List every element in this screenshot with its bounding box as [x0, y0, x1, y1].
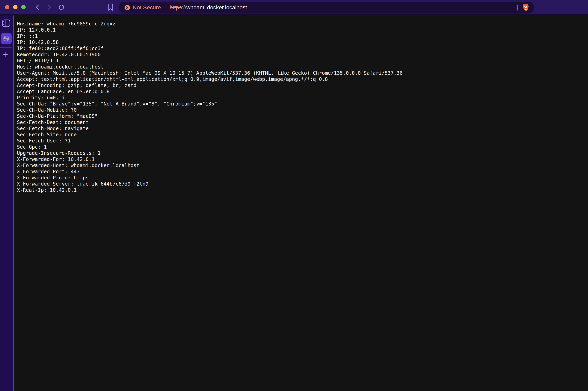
- bookmark-ribbon-icon: [107, 3, 114, 11]
- vertical-tabs-sidebar: [0, 15, 13, 391]
- chevron-right-icon: [46, 4, 53, 10]
- browser-toolbar: Not Secure https://whoami.docker.localho…: [0, 0, 588, 15]
- reload-arc-icon: [58, 4, 65, 10]
- forward-button[interactable]: [46, 4, 53, 10]
- whoami-output: Hostname: whoami-76c9859cfc-2rgxz IP: 12…: [14, 15, 588, 193]
- window-close-button[interactable]: [5, 5, 9, 9]
- back-button[interactable]: [34, 4, 41, 10]
- globe-icon: [3, 35, 9, 42]
- page-content: Hostname: whoami-76c9859cfc-2rgxz IP: 12…: [13, 15, 588, 391]
- brave-lion-icon[interactable]: [522, 3, 530, 12]
- sidebar-tab-whoami-active[interactable]: [0, 33, 12, 44]
- urlbar-divider: [517, 4, 518, 10]
- not-secure-warning-icon[interactable]: [124, 5, 130, 10]
- url-text[interactable]: https://whoami.docker.localhost: [170, 4, 247, 11]
- sidebar-toggle-button[interactable]: [2, 19, 10, 27]
- sidebar-panel-icon: [2, 19, 10, 27]
- address-bar[interactable]: Not Secure https://whoami.docker.localho…: [119, 1, 534, 13]
- plus-icon: [2, 52, 8, 58]
- new-tab-button[interactable]: [2, 52, 8, 58]
- window-zoom-button[interactable]: [21, 5, 26, 9]
- not-secure-label: Not Secure: [133, 4, 161, 11]
- reload-button[interactable]: [58, 4, 65, 10]
- url-separator: ://: [182, 4, 186, 10]
- url-host: whoami.docker.localhost: [186, 4, 247, 10]
- url-scheme: https: [170, 4, 182, 10]
- sidebar-divider: [0, 47, 11, 47]
- window-minimize-button[interactable]: [13, 5, 17, 9]
- bookmark-button[interactable]: [107, 3, 114, 11]
- chevron-left-icon: [34, 4, 41, 10]
